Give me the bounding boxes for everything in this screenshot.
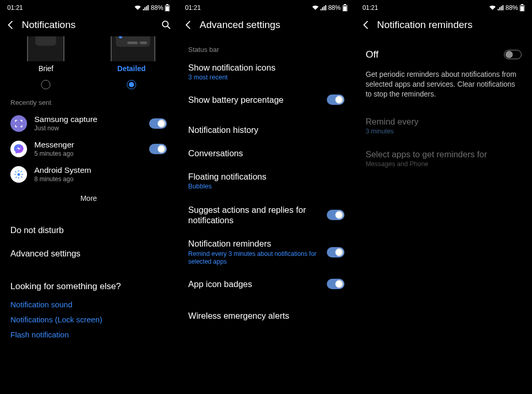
status-battery-pct: 88% [506, 4, 518, 11]
link-notification-sound[interactable]: Notification sound [0, 297, 177, 312]
row-floating-notifications[interactable]: Floating notifications Bubbles [178, 164, 354, 195]
app-when: 8 minutes ago [34, 175, 91, 183]
row-suggest-actions[interactable]: Suggest actions and replies for notifica… [178, 195, 354, 231]
link-notifications-lockscreen[interactable]: Notifications (Lock screen) [0, 312, 177, 327]
row-select-apps: Select apps to get reminders for Message… [355, 140, 532, 173]
status-time: 01:21 [363, 4, 378, 11]
svg-point-3 [163, 21, 168, 27]
master-toggle-label: Off [366, 49, 379, 60]
status-bar: 01:21 88% [0, 0, 177, 13]
wifi-icon [312, 5, 319, 10]
toggle-notification-reminders[interactable] [327, 247, 344, 257]
toggle-app-icon-badges[interactable] [327, 279, 344, 289]
status-bar: 01:21 88% [178, 0, 354, 13]
app-row-samsung-capture[interactable]: Samsung capture Just now [0, 111, 177, 136]
signal-icon [143, 5, 149, 10]
appbar: Notifications [0, 13, 177, 36]
row-notification-history[interactable]: Notification history [178, 114, 354, 140]
row-conversations[interactable]: Conversations [178, 140, 354, 164]
status-right: 88% [312, 4, 348, 11]
row-app-icon-badges[interactable]: App icon badges [178, 271, 354, 298]
toggle-master[interactable] [504, 50, 522, 59]
status-right: 88% [489, 4, 525, 11]
screen-notification-reminders: 01:21 88% Notification reminders Off Get… [355, 0, 532, 394]
description-text: Get periodic reminders about notificatio… [355, 66, 532, 104]
style-option-brief[interactable]: Brief [3, 36, 89, 89]
appbar: Notification reminders [355, 13, 532, 36]
page-title: Advanced settings [200, 19, 280, 31]
status-bar: 01:21 88% [355, 0, 532, 13]
svg-rect-11 [22, 125, 23, 127]
svg-rect-14 [18, 177, 19, 179]
master-toggle-row[interactable]: Off [355, 36, 532, 66]
status-time: 01:21 [185, 4, 201, 11]
toggle-samsung-capture[interactable] [149, 118, 167, 129]
svg-rect-19 [20, 170, 22, 172]
svg-rect-1 [166, 4, 168, 5]
svg-rect-7 [22, 120, 23, 122]
radio-brief[interactable] [41, 80, 50, 89]
status-time: 01:21 [7, 4, 23, 11]
section-header-recent: Recently sent [0, 89, 177, 111]
style-brief-label: Brief [38, 64, 54, 73]
appbar: Advanced settings [178, 13, 354, 36]
looking-header: Looking for something else? [0, 264, 177, 297]
svg-rect-9 [15, 125, 16, 127]
svg-rect-25 [521, 4, 523, 5]
style-option-detailed[interactable]: Detailed [89, 36, 175, 89]
app-when: Just now [34, 125, 98, 132]
notification-style-selector: Brief Detailed [0, 36, 177, 89]
signal-icon [498, 5, 504, 10]
svg-rect-22 [344, 4, 346, 5]
row-wireless-emergency-alerts[interactable]: Wireless emergency alerts [178, 297, 354, 326]
battery-icon [165, 4, 170, 11]
row-do-not-disturb[interactable]: Do not disturb [0, 212, 177, 240]
app-row-messenger[interactable]: Messenger 5 minutes ago [0, 136, 177, 161]
app-row-android-system[interactable]: Android System 8 minutes ago [0, 161, 177, 187]
app-name: Messenger [34, 140, 74, 150]
row-remind-every: Remind every 3 minutes [355, 104, 532, 140]
svg-rect-20 [16, 176, 17, 178]
battery-icon [520, 4, 525, 11]
svg-rect-26 [521, 6, 524, 11]
more-button[interactable]: More [0, 187, 177, 212]
row-show-battery-percentage[interactable]: Show battery percentage [178, 86, 354, 114]
svg-point-12 [17, 173, 20, 175]
row-show-notification-icons[interactable]: Show notification icons 3 most recent [178, 58, 354, 86]
battery-icon [342, 4, 348, 11]
wifi-icon [489, 5, 496, 10]
svg-rect-18 [21, 176, 22, 178]
app-when: 5 minutes ago [34, 150, 74, 157]
app-name: Android System [34, 166, 91, 175]
status-right: 88% [134, 4, 170, 11]
svg-rect-16 [21, 174, 23, 175]
section-header-statusbar: Status bar [178, 36, 354, 58]
svg-rect-15 [15, 174, 16, 175]
back-icon[interactable] [5, 19, 17, 31]
status-battery-pct: 88% [151, 4, 163, 11]
row-advanced-settings[interactable]: Advanced settings [0, 240, 177, 264]
svg-rect-5 [15, 120, 16, 122]
link-flash-notification[interactable]: Flash notification [0, 327, 177, 342]
style-detailed-label: Detailed [117, 64, 145, 73]
toggle-suggest-actions[interactable] [327, 210, 344, 220]
toggle-messenger[interactable] [149, 144, 167, 154]
wifi-icon [134, 5, 141, 10]
page-title: Notifications [22, 19, 76, 31]
svg-rect-2 [166, 6, 169, 11]
signal-icon [321, 5, 327, 10]
back-icon[interactable] [361, 19, 372, 31]
screen-notifications: 01:21 88% Notifications Brief Detailed [0, 0, 177, 394]
messenger-icon [10, 141, 27, 157]
toggle-show-battery[interactable] [327, 94, 344, 105]
app-name: Samsung capture [34, 115, 98, 124]
page-title: Notification reminders [377, 19, 473, 31]
search-icon[interactable] [161, 19, 172, 31]
svg-rect-13 [18, 170, 19, 171]
row-notification-reminders[interactable]: Notification reminders Remind every 3 mi… [178, 231, 354, 271]
android-system-icon [10, 166, 27, 183]
radio-detailed[interactable] [127, 80, 136, 89]
back-icon[interactable] [183, 19, 194, 31]
svg-rect-17 [15, 171, 17, 172]
samsung-capture-icon [10, 115, 27, 132]
